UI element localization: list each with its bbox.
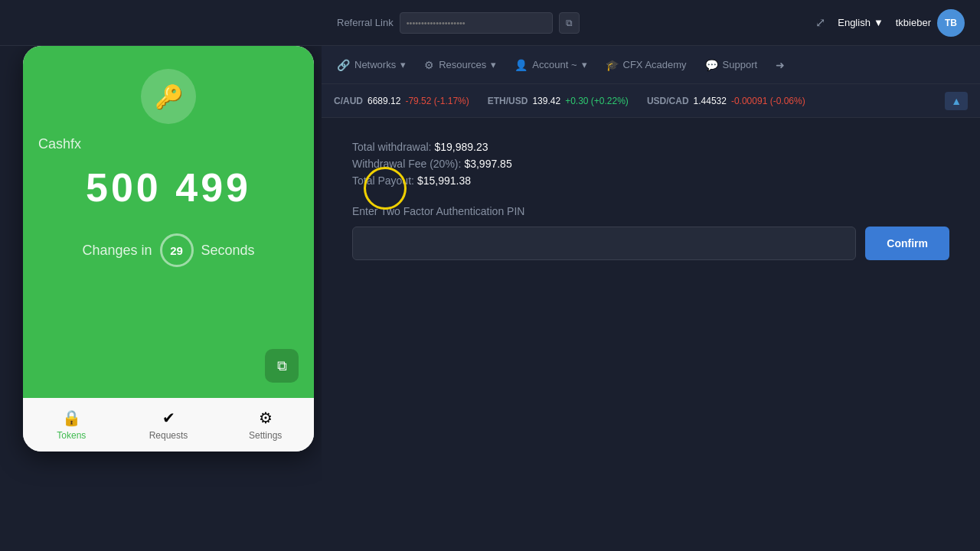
resources-icon: ⚙ [424, 59, 434, 71]
main-content: Total withdrawal: $19,989.23 Withdrawal … [322, 118, 980, 551]
logout-icon: ➜ [776, 59, 785, 71]
ticker-caud-change: -79.52 (-1.17%) [405, 96, 469, 106]
language-selector[interactable]: English ▼ [838, 17, 884, 28]
nav-support[interactable]: 💬 Support [705, 59, 758, 71]
key-icon: 🔑 [155, 83, 183, 110]
nav-account-label: Account ~ [532, 59, 577, 70]
tab-settings[interactable]: ⚙ Settings [217, 409, 314, 441]
ticker-bar: C/AUD 6689.12 -79.52 (-1.17%) ETH/USD 13… [322, 84, 980, 118]
account-dropdown-icon: ▾ [582, 59, 587, 70]
ticker-expand-button[interactable]: ▲ [945, 92, 968, 110]
expand-icon: ⤢ [815, 16, 825, 29]
otp-code: 500 499 [86, 165, 251, 210]
total-withdrawal-value: $19,989.23 [435, 141, 488, 153]
phone-tabs: 🔒 Tokens ✔ Requests ⚙ Settings [23, 398, 314, 452]
countdown-row: Changes in 29 Seconds [82, 233, 254, 267]
total-payout-label: Total Payout: [352, 174, 414, 187]
expand-button[interactable]: ⤢ [815, 15, 825, 30]
ticker-ethusd-change: +0.30 (+0.22%) [565, 96, 629, 106]
nav-account[interactable]: 👤 Account ~ ▾ [514, 59, 586, 71]
nav-support-label: Support [723, 59, 758, 70]
withdrawal-fee-row: Withdrawal Fee (20%): $3,997.85 [352, 158, 949, 170]
requests-icon: ✔ [162, 409, 175, 427]
phone-green-area: 🔑 Cashfx 500 499 Changes in 29 Seconds ⧉ [23, 46, 314, 398]
withdrawal-fee-value: $3,997.85 [464, 158, 511, 170]
ticker-caud: C/AUD 6689.12 -79.52 (-1.17%) [334, 96, 469, 106]
total-withdrawal-row: Total withdrawal: $19,989.23 [352, 141, 949, 153]
key-icon-container: 🔑 [141, 69, 196, 124]
user-section: tkbieber TB [896, 9, 965, 37]
ticker-caud-price: 6689.12 [368, 96, 400, 106]
copy-otp-button[interactable]: ⧉ [265, 349, 299, 383]
referral-input[interactable] [400, 12, 553, 34]
username: tkbieber [896, 17, 931, 28]
two-fa-input[interactable] [352, 227, 856, 260]
withdrawal-fee-label: Withdrawal Fee (20%): [352, 158, 461, 170]
referral-section: Referral Link ⧉ [337, 12, 580, 34]
ticker-usdcad: USD/CAD 1.44532 -0.00091 (-0.06%) [647, 96, 805, 106]
tokens-label: Tokens [57, 430, 86, 441]
top-bar: Referral Link ⧉ ⤢ English ▼ tkbieber TB [0, 0, 980, 46]
two-fa-section: Enter Two Factor Authentication PIN Conf… [352, 205, 949, 260]
resources-dropdown-icon: ▾ [491, 59, 496, 70]
nav-resources[interactable]: ⚙ Resources ▾ [424, 59, 496, 71]
nav-logout[interactable]: ➜ [776, 59, 785, 71]
nav-cfx-label: CFX Academy [623, 59, 687, 70]
two-fa-input-row: Confirm [352, 227, 949, 260]
ticker-usdcad-pair: USD/CAD [647, 96, 689, 106]
total-withdrawal-label: Total withdrawal: [352, 141, 432, 153]
settings-label: Settings [249, 430, 282, 441]
copy-referral-button[interactable]: ⧉ [559, 12, 580, 34]
networks-dropdown-icon: ▾ [400, 59, 406, 70]
ticker-ethusd: ETH/USD 139.42 +0.30 (+0.22%) [488, 96, 629, 106]
changes-label: Changes in [82, 243, 152, 259]
ticker-caud-pair: C/AUD [334, 96, 363, 106]
ticker-usdcad-change: -0.00091 (-0.06%) [731, 96, 805, 106]
nav-cfx-academy[interactable]: 🎓 CFX Academy [606, 59, 687, 71]
nav-resources-label: Resources [439, 59, 486, 70]
nav-bar: 🔗 Networks ▾ ⚙ Resources ▾ 👤 Account ~ ▾… [322, 46, 980, 84]
tokens-icon: 🔒 [62, 409, 81, 427]
lang-dropdown-icon: ▼ [874, 17, 884, 28]
requests-label: Requests [149, 430, 188, 441]
countdown-number: 29 [170, 244, 183, 257]
phone-mockup: 🔑 Cashfx 500 499 Changes in 29 Seconds ⧉… [23, 46, 314, 452]
nav-networks[interactable]: 🔗 Networks ▾ [337, 59, 406, 71]
referral-label: Referral Link [337, 17, 394, 28]
tab-tokens[interactable]: 🔒 Tokens [23, 409, 120, 441]
networks-icon: 🔗 [337, 59, 350, 71]
countdown-circle: 29 [160, 233, 194, 267]
ticker-ethusd-price: 139.42 [532, 96, 560, 106]
avatar[interactable]: TB [937, 9, 965, 37]
nav-networks-label: Networks [354, 59, 396, 70]
settings-icon: ⚙ [259, 409, 273, 427]
ticker-usdcad-price: 1.44532 [694, 96, 727, 106]
app-name: Cashfx [38, 136, 81, 152]
withdrawal-summary: Total withdrawal: $19,989.23 Withdrawal … [352, 141, 949, 187]
seconds-label: Seconds [201, 243, 255, 259]
ticker-ethusd-pair: ETH/USD [488, 96, 528, 106]
account-icon: 👤 [514, 59, 528, 71]
cfx-academy-icon: 🎓 [606, 59, 619, 71]
total-payout-value: $15,991.38 [417, 174, 471, 187]
total-payout-row: Total Payout: $15,991.38 [352, 174, 949, 187]
copy-icon: ⧉ [277, 358, 287, 374]
confirm-button[interactable]: Confirm [865, 227, 949, 260]
language-label: English [838, 17, 871, 28]
support-icon: 💬 [705, 59, 718, 71]
tab-requests[interactable]: ✔ Requests [120, 409, 217, 441]
two-fa-label: Enter Two Factor Authentication PIN [352, 205, 949, 217]
